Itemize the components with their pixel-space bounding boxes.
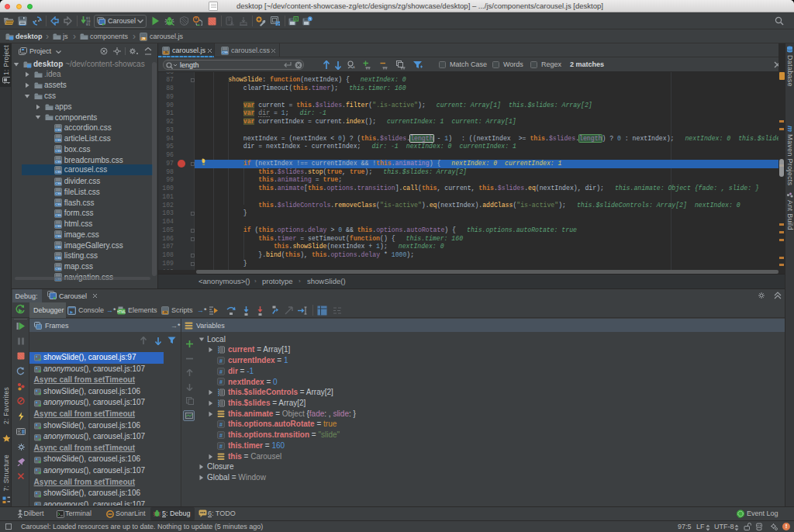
- svg-text:CSS: CSS: [55, 203, 61, 206]
- svg-text:#: #: [219, 422, 223, 427]
- svg-text:JS: JS: [164, 51, 168, 54]
- svg-text:CSS: CSS: [55, 192, 61, 195]
- svg-text:#: #: [219, 379, 223, 385]
- svg-text:HTML: HTML: [117, 310, 126, 314]
- svg-text:JS: JS: [142, 37, 146, 40]
- svg-text:A: A: [353, 65, 355, 69]
- svg-text:#: #: [219, 358, 223, 364]
- svg-text:#: #: [219, 444, 223, 449]
- svg-text:▶: ▶: [71, 309, 74, 313]
- svg-text:CSS: CSS: [55, 161, 61, 164]
- svg-text:CSS: CSS: [222, 51, 228, 54]
- svg-text:CSS: CSS: [55, 246, 61, 249]
- svg-text:CSS: CSS: [55, 214, 61, 217]
- svg-text:CSS: CSS: [55, 257, 61, 260]
- svg-text:CSS: CSS: [55, 150, 61, 153]
- svg-text:CSS: CSS: [55, 225, 61, 228]
- svg-text:CSS: CSS: [55, 140, 61, 143]
- svg-text:CSS: CSS: [55, 268, 61, 271]
- svg-text:CSS: CSS: [55, 182, 61, 185]
- svg-text:JS: JS: [164, 311, 167, 314]
- svg-text:CSS: CSS: [55, 129, 61, 132]
- svg-text:01: 01: [86, 22, 91, 26]
- svg-text:#: #: [219, 433, 223, 438]
- svg-text:#: #: [219, 368, 223, 374]
- svg-text:CSS: CSS: [55, 235, 61, 238]
- svg-text:CSS: CSS: [55, 171, 61, 174]
